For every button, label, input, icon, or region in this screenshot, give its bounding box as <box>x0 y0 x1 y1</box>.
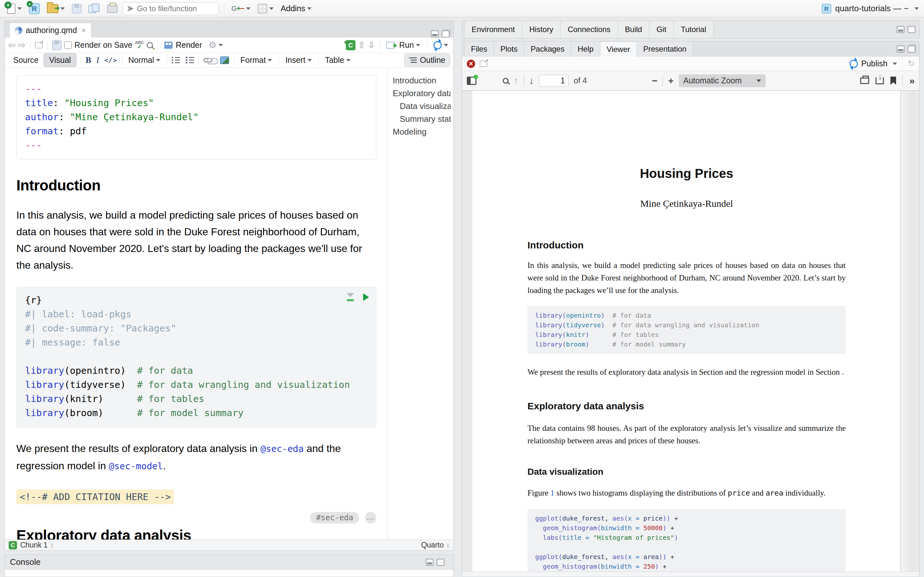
outline-item-data-visualization[interactable]: Data visualization <box>393 100 451 113</box>
tab-build[interactable]: Build <box>618 21 649 38</box>
pdf-crossref-paragraph: We present the results of exploratory da… <box>527 366 846 378</box>
console-minimize-icon[interactable] <box>426 559 433 566</box>
file-type-label[interactable]: Quarto <box>421 541 444 550</box>
tab-presentation[interactable]: Presentation <box>637 41 693 57</box>
save-doc-icon[interactable] <box>52 40 61 50</box>
stop-viewer-icon[interactable]: ✕ <box>467 60 475 68</box>
goto-file-box[interactable]: ➤ <box>123 2 219 15</box>
go-next-chunk-icon[interactable]: ⇩ <box>368 40 375 50</box>
outline-toggle-button[interactable]: Outline <box>404 53 450 67</box>
outline-item-summary-statistics[interactable]: Summary statis… <box>393 113 451 125</box>
chunk-position-label[interactable]: Chunk 1 <box>20 541 48 550</box>
insert-menu[interactable]: Insert <box>283 54 314 66</box>
save-button[interactable] <box>70 3 83 15</box>
pdf-zoom-out-icon[interactable]: − <box>652 75 658 86</box>
source-rerun-button[interactable] <box>431 40 450 51</box>
pdf-zoom-in-icon[interactable]: + <box>668 75 674 86</box>
tab-history[interactable]: History <box>522 21 561 38</box>
pdf-eda-paragraph: The data contains 98 houses. As part of … <box>527 422 846 447</box>
pdf-more-tools-icon[interactable]: » <box>909 75 915 86</box>
goto-file-input[interactable] <box>137 4 208 13</box>
code-format-button[interactable]: </> <box>104 56 117 64</box>
print-button[interactable] <box>105 3 120 14</box>
workspace-panes-button[interactable] <box>256 3 276 15</box>
popout-viewer-icon[interactable] <box>480 61 487 67</box>
back-icon[interactable]: ⇦ <box>8 40 15 50</box>
paragraph-style-dropdown[interactable]: Normal <box>126 54 163 66</box>
version-control-button[interactable]: G+− <box>229 3 252 14</box>
console-maximize-icon[interactable] <box>437 559 444 566</box>
tab-tutorial[interactable]: Tutorial <box>674 21 714 38</box>
tab-git[interactable]: Git <box>649 21 674 38</box>
env-maximize-icon[interactable] <box>908 26 915 33</box>
outline-item-eda[interactable]: Exploratory data … <box>393 87 451 100</box>
publish-button[interactable]: Publish <box>861 59 887 68</box>
viewer-maximize-icon[interactable] <box>908 45 915 53</box>
italic-button[interactable]: I <box>96 55 99 65</box>
tab-authoring-qmd[interactable]: authoring.qmd × <box>9 23 91 37</box>
tab-environment[interactable]: Environment <box>464 21 522 38</box>
console-header[interactable]: Console <box>5 555 453 570</box>
tab-plots[interactable]: Plots <box>494 41 524 57</box>
pdf-sidebar-toggle-icon[interactable] <box>467 77 477 85</box>
tab-packages[interactable]: Packages <box>524 41 571 57</box>
run-previous-icon[interactable]: ⇧ <box>358 40 365 50</box>
bold-button[interactable]: B <box>86 55 91 65</box>
tab-connections[interactable]: Connections <box>561 21 618 38</box>
maximize-pane-icon[interactable] <box>442 31 449 37</box>
viewer-toolbar: ✕ Publish ↻ <box>462 57 919 71</box>
refresh-viewer-icon[interactable]: ↻ <box>908 59 915 69</box>
outline-icon <box>409 57 417 63</box>
document-outline: Introduction Exploratory data … Data vis… <box>387 68 453 540</box>
tab-files[interactable]: Files <box>464 41 494 57</box>
spellcheck-icon[interactable]: ABC✓ <box>135 40 144 50</box>
env-minimize-icon[interactable] <box>897 26 905 33</box>
link-icon[interactable] <box>204 58 212 63</box>
numbered-list-icon[interactable] <box>186 57 194 63</box>
visual-mode-button[interactable]: Visual <box>44 53 76 67</box>
table-menu[interactable]: Table <box>323 54 352 66</box>
render-button[interactable]: Render <box>162 39 204 51</box>
tab-viewer[interactable]: Viewer <box>600 41 637 57</box>
yaml-metadata-block[interactable]: ---title: "Housing Prices"author: "Mine … <box>16 75 376 159</box>
r-code-chunk[interactable]: {r}#| label: load-pkgs#| code-summary: "… <box>16 287 376 427</box>
pdf-title: Housing Prices <box>527 166 846 181</box>
pdf-page[interactable]: Housing Prices Mine Çetinkaya-Rundel Int… <box>472 91 901 572</box>
pdf-scrollbar[interactable] <box>901 91 915 572</box>
save-all-button[interactable] <box>87 2 102 15</box>
addins-button[interactable]: Addins <box>279 3 313 15</box>
outline-item-introduction[interactable]: Introduction <box>393 74 451 87</box>
image-icon[interactable] <box>220 56 229 64</box>
viewer-minimize-icon[interactable] <box>897 45 905 53</box>
pdf-next-page-icon[interactable]: ↓ <box>529 75 534 86</box>
run-button[interactable]: Run <box>384 39 422 51</box>
run-chunks-above-icon[interactable] <box>346 293 355 301</box>
render-settings-button[interactable]: ⚙ <box>207 39 225 52</box>
pdf-search-icon[interactable] <box>503 78 509 84</box>
render-on-save-checkbox[interactable] <box>64 41 72 49</box>
open-file-button[interactable]: ➜ <box>45 3 67 15</box>
document-canvas[interactable]: ---title: "Housing Prices"author: "Mine … <box>5 68 387 540</box>
pdf-print-icon[interactable] <box>860 77 869 84</box>
popout-editor-icon[interactable] <box>35 42 43 48</box>
new-project-button[interactable]: R+ <box>27 2 42 15</box>
close-tab-icon[interactable]: × <box>81 26 86 35</box>
section-options-button[interactable]: ... <box>365 512 376 524</box>
tab-help[interactable]: Help <box>571 41 600 57</box>
outline-item-modeling[interactable]: Modeling <box>393 125 451 138</box>
pdf-zoom-select[interactable]: Automatic Zoom <box>679 74 766 87</box>
new-file-button[interactable]: + <box>5 2 24 15</box>
project-menu[interactable]: R quarto-tutorials — ~ <box>822 3 919 13</box>
pdf-bookmark-icon[interactable] <box>890 77 896 85</box>
pdf-page-input[interactable] <box>539 75 569 87</box>
insert-chunk-icon[interactable]: C+ <box>346 40 355 50</box>
forward-icon[interactable]: ⇨ <box>18 40 25 50</box>
pdf-download-icon[interactable] <box>876 77 884 84</box>
bullet-list-icon[interactable] <box>172 57 180 63</box>
find-replace-icon[interactable] <box>147 42 153 48</box>
minimize-pane-icon[interactable] <box>431 31 439 37</box>
source-mode-button[interactable]: Source <box>8 53 44 67</box>
pdf-previous-page-icon[interactable]: ↑ <box>514 75 519 86</box>
run-chunk-icon[interactable] <box>363 293 369 301</box>
format-menu[interactable]: Format <box>238 54 274 66</box>
